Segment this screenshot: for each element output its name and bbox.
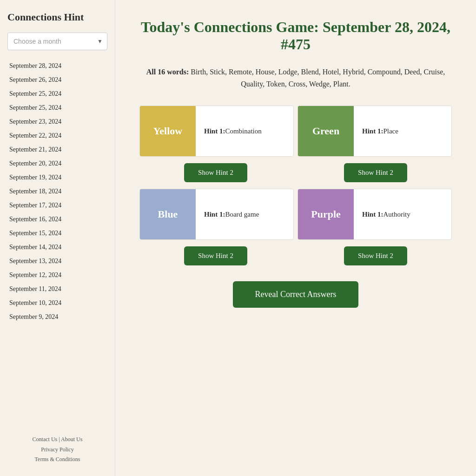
terms-link[interactable]: Terms & Conditions (35, 456, 80, 463)
main-content: Today's Connections Game: September 28, … (115, 0, 476, 476)
sidebar-nav: September 28, 2024September 26, 2024Sept… (7, 60, 107, 324)
sidebar-link[interactable]: September 11, 2024 (7, 283, 107, 296)
hint-card-purple: PurpleHint 1: Authority (298, 189, 452, 240)
hint-card-green: GreenHint 1: Place (298, 106, 452, 157)
sidebar-link[interactable]: September 12, 2024 (7, 269, 107, 282)
sidebar-link[interactable]: September 10, 2024 (7, 297, 107, 310)
sidebar-link[interactable]: September 9, 2024 (7, 311, 107, 324)
sidebar-link[interactable]: September 14, 2024 (7, 241, 107, 254)
hint-label-purple: Hint 1: (362, 211, 383, 218)
hint-color-block-yellow: Yellow (140, 106, 196, 156)
hint-buttons-bottom-row: Show Hint 2Show Hint 2 (138, 242, 454, 270)
hint-text-green: Hint 1: Place (354, 106, 407, 156)
hint-label-yellow: Hint 1: (204, 127, 225, 135)
sidebar-link[interactable]: September 25, 2024 (7, 87, 107, 100)
show-hint2-button-green[interactable]: Show Hint 2 (344, 163, 407, 182)
hint-buttons-top-row: Show Hint 2Show Hint 2 (138, 159, 454, 187)
sidebar: Connections Hint Choose a month ▼ Septem… (0, 0, 115, 476)
hint-card-yellow: YellowHint 1: Combination (139, 106, 294, 157)
sidebar-link[interactable]: September 18, 2024 (7, 185, 107, 198)
sidebar-link[interactable]: September 21, 2024 (7, 143, 107, 156)
hint-value-yellow: Combination (225, 127, 261, 135)
hint-value-blue: Board game (225, 211, 259, 218)
sidebar-footer: Contact Us | About Us Privacy Policy Ter… (7, 425, 107, 465)
hint-label-blue: Hint 1: (204, 211, 225, 218)
sidebar-link[interactable]: September 25, 2024 (7, 101, 107, 114)
show-hint2-button-yellow[interactable]: Show Hint 2 (184, 163, 247, 182)
words-label: All 16 words: (146, 68, 189, 76)
hint-card-blue: BlueHint 1: Board game (139, 189, 294, 240)
contact-link[interactable]: Contact Us (33, 436, 58, 443)
sidebar-link[interactable]: September 28, 2024 (7, 60, 107, 73)
hint-text-yellow: Hint 1: Combination (196, 106, 270, 156)
hint-button-cell-purple: Show Hint 2 (298, 242, 454, 270)
hint-value-purple: Authority (383, 211, 410, 218)
sidebar-link[interactable]: September 17, 2024 (7, 199, 107, 212)
hint-button-cell-blue: Show Hint 2 (138, 242, 294, 270)
sidebar-link[interactable]: September 13, 2024 (7, 255, 107, 268)
hints-bottom-row: BlueHint 1: Board gamePurpleHint 1: Auth… (138, 187, 454, 242)
show-hint2-button-blue[interactable]: Show Hint 2 (184, 246, 247, 265)
show-hint2-button-purple[interactable]: Show Hint 2 (344, 246, 407, 265)
month-select-wrapper: Choose a month ▼ (7, 33, 107, 50)
hint-value-green: Place (383, 127, 398, 135)
sidebar-link[interactable]: September 26, 2024 (7, 73, 107, 86)
hint-button-cell-yellow: Show Hint 2 (138, 159, 294, 187)
words-list: Birth, Stick, Remote, House, Lodge, Blen… (191, 68, 445, 88)
sidebar-link[interactable]: September 16, 2024 (7, 213, 107, 226)
all-words-section: All 16 words: Birth, Stick, Remote, Hous… (138, 66, 454, 90)
page-title: Today's Connections Game: September 28, … (134, 19, 457, 53)
sidebar-title: Connections Hint (7, 11, 107, 23)
sidebar-link[interactable]: September 22, 2024 (7, 129, 107, 142)
hint-button-cell-green: Show Hint 2 (298, 159, 454, 187)
hint-text-blue: Hint 1: Board game (196, 189, 267, 239)
about-link[interactable]: About Us (61, 436, 82, 443)
hints-top-row: YellowHint 1: CombinationGreenHint 1: Pl… (138, 104, 454, 159)
hint-label-green: Hint 1: (362, 127, 383, 135)
hint-color-block-blue: Blue (140, 189, 196, 239)
sidebar-link[interactable]: September 15, 2024 (7, 227, 107, 240)
reveal-correct-answers-button[interactable]: Reveal Correct Answers (233, 281, 359, 308)
reveal-section: Reveal Correct Answers (233, 281, 359, 308)
privacy-link[interactable]: Privacy Policy (41, 446, 73, 453)
sidebar-link[interactable]: September 23, 2024 (7, 115, 107, 128)
month-select[interactable]: Choose a month (7, 33, 107, 50)
sidebar-link[interactable]: September 19, 2024 (7, 171, 107, 184)
sidebar-link[interactable]: September 20, 2024 (7, 157, 107, 170)
hint-text-purple: Hint 1: Authority (354, 189, 419, 239)
hint-color-block-green: Green (298, 106, 354, 156)
hint-color-block-purple: Purple (298, 189, 354, 239)
